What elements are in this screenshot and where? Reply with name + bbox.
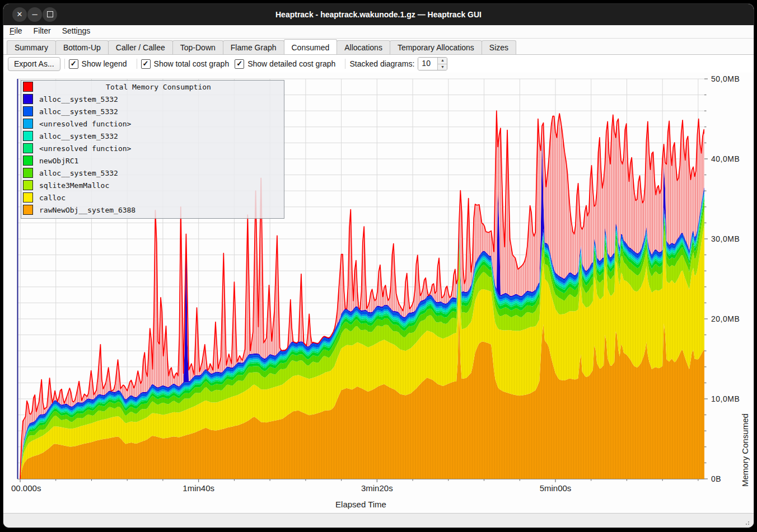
menu-item-file[interactable]: File — [4, 25, 27, 36]
chart-legend: Total Memory Consumptionalloc__system_53… — [21, 80, 284, 219]
y-tick-label: 50,0MB — [711, 74, 740, 83]
y-axis-title: Memory Consumed — [740, 73, 750, 487]
legend-label: sqlite3MemMalloc — [39, 181, 109, 190]
y-tick-label: 0B — [711, 474, 721, 483]
legend-item: <unresolved function> — [23, 142, 284, 154]
status-bar — [3, 513, 754, 528]
checkbox-label: Show total cost graph — [154, 59, 230, 68]
toolbar-separator — [137, 59, 137, 69]
legend-swatch — [23, 180, 33, 190]
checkbox-label: Show detailed cost graph — [247, 59, 335, 68]
show-legend-checkbox[interactable]: ✓ Show legend — [69, 59, 127, 69]
legend-label: <unresolved function> — [39, 120, 131, 128]
legend-label: alloc__system_5332 — [39, 132, 118, 140]
legend-swatch — [23, 131, 33, 141]
legend-item: alloc__system_5332 — [23, 105, 284, 117]
show-total-cost-checkbox[interactable]: ✓ Show total cost graph — [141, 59, 230, 69]
window-title: Heaptrack - heaptrack.wakunode.1.gz — He… — [3, 4, 754, 25]
toolbar: Export As... ✓ Show legend ✓ Show total … — [3, 55, 754, 73]
consumed-chart-panel: 00.000s1min40s3min20s5min00s0B10,0MB20,0… — [3, 73, 754, 514]
legend-item: rawNewObj__system_6388 — [23, 204, 284, 216]
show-detailed-cost-checkbox[interactable]: ✓ Show detailed cost graph — [235, 59, 335, 69]
tab-caller-callee[interactable]: Caller / Callee — [108, 40, 173, 54]
legend-item: sqlite3MemMalloc — [23, 179, 284, 191]
legend-swatch — [23, 192, 33, 203]
legend-swatch — [23, 168, 33, 178]
x-tick-label: 00.000s — [11, 483, 41, 493]
y-tick-label: 40,0MB — [711, 154, 740, 163]
legend-item: <unresolved function> — [23, 117, 284, 130]
app-window: ✕ ─ Heaptrack - heaptrack.wakunode.1.gz … — [3, 4, 754, 528]
legend-item: alloc__system_5332 — [23, 93, 284, 105]
tab-consumed[interactable]: Consumed — [284, 39, 338, 54]
menu-item-filter[interactable]: Filter — [29, 25, 56, 36]
legend-item: alloc__system_5332 — [23, 167, 284, 179]
y-tick-label: 10,0MB — [711, 394, 740, 403]
legend-swatch — [23, 119, 33, 129]
spinner-up-icon[interactable]: ▲ — [438, 58, 447, 64]
x-tick-label: 5min00s — [540, 483, 572, 493]
tab-allocations[interactable]: Allocations — [337, 40, 390, 54]
legend-swatch — [23, 143, 33, 153]
tab-sizes[interactable]: Sizes — [482, 40, 516, 54]
stacked-diagrams-label: Stacked diagrams: — [349, 59, 414, 68]
resize-grip[interactable] — [745, 520, 751, 525]
tab-flame-graph[interactable]: Flame Graph — [223, 40, 284, 54]
stacked-diagrams-value[interactable]: 10 — [418, 58, 437, 70]
legend-item: newObjRC1 — [23, 154, 284, 167]
tab-top-down[interactable]: Top-Down — [172, 40, 223, 54]
stacked-diagrams-spinner[interactable]: 10 ▲ ▼ — [418, 57, 447, 70]
title-bar[interactable]: ✕ ─ Heaptrack - heaptrack.wakunode.1.gz … — [3, 4, 754, 25]
tab-bottom-up[interactable]: Bottom-Up — [55, 40, 109, 54]
legend-label: newObjRC1 — [39, 157, 78, 165]
y-tick-label: 30,0MB — [711, 234, 740, 243]
toolbar-separator — [345, 59, 345, 69]
legend-swatch — [23, 106, 33, 116]
legend-label: calloc — [39, 194, 66, 202]
legend-label: rawNewObj__system_6388 — [39, 206, 135, 214]
legend-label: alloc__system_5332 — [39, 107, 118, 116]
menu-bar: FileFilterSettings — [3, 25, 754, 39]
y-tick-label: 20,0MB — [711, 314, 740, 323]
tab-summary[interactable]: Summary — [7, 40, 56, 54]
legend-title-row: Total Memory Consumption — [23, 81, 284, 93]
legend-label: <unresolved function> — [39, 144, 131, 153]
spinner-down-icon[interactable]: ▼ — [438, 64, 447, 70]
legend-swatch — [23, 94, 33, 104]
legend-label: Total Memory Consumption — [33, 83, 284, 91]
export-as-button[interactable]: Export As... — [8, 57, 60, 71]
toolbar-separator — [64, 59, 65, 69]
checkbox-check-icon[interactable]: ✓ — [141, 59, 151, 69]
x-tick-label: 3min20s — [361, 483, 393, 493]
legend-item: alloc__system_5332 — [23, 130, 284, 142]
checkbox-label: Show legend — [82, 59, 127, 68]
legend-swatch — [23, 82, 33, 92]
legend-swatch — [23, 205, 33, 215]
legend-label: alloc__system_5332 — [39, 95, 118, 103]
checkbox-check-icon[interactable]: ✓ — [235, 59, 244, 69]
tab-bar: SummaryBottom-UpCaller / CalleeTop-DownF… — [3, 39, 754, 55]
legend-label: alloc__system_5332 — [39, 169, 118, 177]
legend-swatch — [23, 156, 33, 166]
menu-item-settings[interactable]: Settings — [57, 25, 96, 36]
x-tick-label: 1min40s — [183, 483, 214, 493]
legend-item: calloc — [23, 191, 284, 204]
tab-temporary-allocations[interactable]: Temporary Allocations — [390, 40, 482, 54]
x-axis-title: Elapsed Time — [3, 500, 718, 509]
checkbox-check-icon[interactable]: ✓ — [69, 59, 78, 69]
